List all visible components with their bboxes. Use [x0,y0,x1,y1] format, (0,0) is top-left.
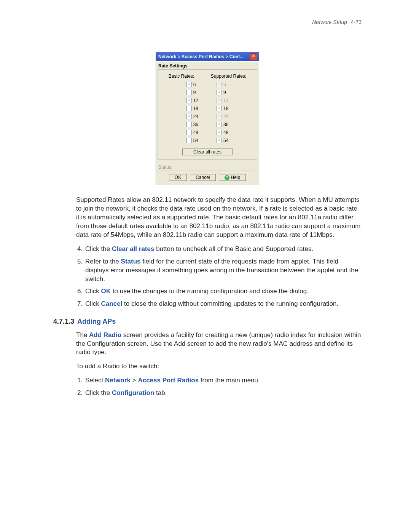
basic-rates-header: Basic Rates: [169,73,194,79]
rate-label: 6 [223,82,226,87]
help-label: Help [231,175,241,180]
rate-label: 12 [193,98,198,103]
checkbox-icon[interactable] [186,90,192,95]
supported-rate-18[interactable]: 18 [217,106,228,111]
rate-label: 6 [193,82,196,87]
steps-list-continued: Click the Clear all rates button to unch… [76,245,362,309]
step-6: Click OK to use the changes to the runni… [84,287,362,296]
step-7: Click Cancel to close the dialog without… [84,300,362,308]
add-radio-paragraph: The Add Radio screen provides a facility… [76,331,362,357]
page-number: 4-73 [351,19,362,25]
rate-label: 18 [193,106,198,111]
status-term: Status [121,258,141,265]
ok-term: OK [101,288,111,295]
checkbox-icon[interactable] [186,98,192,103]
checkbox-icon[interactable] [217,130,222,135]
checkbox-icon [217,98,222,103]
basic-rate-18[interactable]: 18 [186,106,198,111]
basic-rate-6[interactable]: 6 [186,82,196,87]
rate-label: 24 [223,114,228,119]
clear-all-rates-button[interactable]: Clear all rates [182,149,233,155]
access-port-radios-term: Access Port Radios [138,377,199,384]
rate-label: 48 [223,130,228,135]
basic-rate-24[interactable]: 24 [186,114,198,119]
rate-label: 36 [223,122,228,127]
rate-settings-dialog: Network > Access Port Radios > Conf... ×… [156,52,259,185]
rate-label: 9 [223,90,226,95]
add-lead-text: To add a Radio to the switch: [76,362,362,371]
rate-label: 48 [193,130,198,135]
checkbox-icon[interactable] [217,138,222,143]
configuration-term: Configuration [112,389,154,396]
network-term: Network [105,377,131,384]
rate-label: 24 [193,114,198,119]
checkbox-icon[interactable] [186,114,192,119]
section-title: Adding APs [77,318,116,325]
supported-rate-6: 6 [217,82,226,87]
clear-all-rates-term: Clear all rates [112,245,155,252]
ok-button[interactable]: OK [169,174,187,181]
checkbox-icon[interactable] [186,130,192,135]
checkbox-icon[interactable] [186,82,192,87]
add-step-2: Click the Configuration tab. [84,389,362,398]
supported-rate-12: 12 [217,98,228,103]
supported-rate-54[interactable]: 54 [217,138,228,143]
basic-rate-12[interactable]: 12 [186,98,198,103]
basic-rate-36[interactable]: 36 [186,122,198,127]
add-step-1: Select Network > Access Port Radios from… [84,376,362,385]
panel-title: Rate Settings [156,61,259,69]
rate-label: 54 [193,138,198,143]
rate-label: 54 [223,138,228,143]
dialog-titlebar: Network > Access Port Radios > Conf... × [156,52,259,61]
cancel-button[interactable]: Cancel [190,174,215,181]
add-steps-list: Select Network > Access Port Radios from… [76,376,362,398]
basic-rate-9[interactable]: 9 [186,90,196,95]
checkbox-icon[interactable] [217,106,222,111]
checkbox-icon[interactable] [186,138,192,143]
supported-rate-9[interactable]: 9 [217,90,226,95]
status-label: Status: [156,162,259,171]
supported-rates-paragraph: Supported Rates allow an 802.11 network … [76,196,362,240]
supported-rate-36[interactable]: 36 [217,122,228,127]
checkbox-icon[interactable] [217,90,222,95]
basic-rate-54[interactable]: 54 [186,138,198,143]
page-header: Network Setup 4-73 [53,19,362,25]
supported-rates-header: Supported Rates: [211,73,246,79]
section-number: 4.7.1.3 [53,318,74,325]
checkbox-icon [217,82,222,87]
checkbox-icon[interactable] [217,122,222,127]
checkbox-icon[interactable] [186,106,192,111]
rate-label: 36 [193,122,198,127]
basic-rate-48[interactable]: 48 [186,130,198,135]
basic-rates-column: 69121824364854 [186,82,198,143]
checkbox-icon[interactable] [186,122,192,127]
help-icon: ? [225,175,229,180]
step-5: Refer to the Status field for the curren… [84,257,362,284]
section-name: Network Setup [312,19,347,25]
help-button[interactable]: ? Help [219,174,246,181]
rate-label: 18 [223,106,228,111]
supported-rate-48[interactable]: 48 [217,130,228,135]
step-4: Click the Clear all rates button to unch… [84,245,362,254]
supported-rate-24: 24 [217,114,228,119]
checkbox-icon [217,114,222,119]
dialog-button-row: OK Cancel ? Help [156,171,259,185]
add-radio-term: Add Radio [89,331,121,339]
dialog-title: Network > Access Port Radios > Conf... [158,54,244,59]
rate-label: 12 [223,98,228,103]
close-icon[interactable]: × [250,53,257,60]
rate-panel: Basic Rates: Supported Rates: 6912182436… [158,69,257,160]
supported-rates-column: 69121824364854 [217,82,228,143]
section-heading: 4.7.1.3Adding APs [53,317,362,326]
cancel-term: Cancel [101,300,123,307]
rate-label: 9 [193,90,196,95]
